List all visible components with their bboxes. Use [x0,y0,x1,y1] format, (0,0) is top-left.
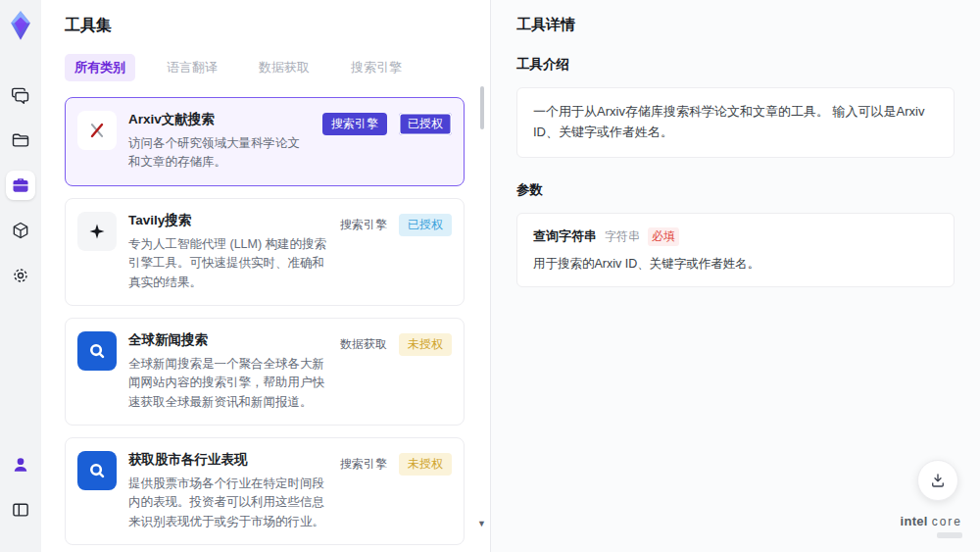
scrollbar-down-arrow-icon[interactable]: ▼ [477,519,486,528]
toolbox-icon [11,176,30,195]
cube-icon [11,221,30,240]
arxiv-logo-icon [77,111,117,150]
category-label: 搜索引擎 [340,217,387,233]
category-label: 数据获取 [340,336,387,353]
tool-card-stock-industry[interactable]: 获取股市各行业表现 提供股票市场各个行业在特定时间段内的表现。投资者可以利用这些… [65,437,465,545]
app-logo-icon [6,10,35,41]
list-scrollbar[interactable]: ▼ [478,86,486,546]
tool-name: Arxiv文献搜索 [128,111,311,128]
brand-text: intel core [901,514,963,528]
param-head: 查询字符串 字符串 必填 [533,227,938,246]
scrollbar-thumb[interactable] [480,86,484,129]
param-type: 字符串 [605,228,640,245]
tool-detail-panel: 工具详情 工具介绍 一个用于从Arxiv存储库搜索科学论文和文章的工具。 输入可… [490,0,980,552]
category-badge: 搜索引擎 [322,113,387,135]
tool-card-body: Tavily搜索 专为人工智能代理 (LLM) 构建的搜索引擎工具。可快速提供实… [128,212,328,292]
sidebar-item-models[interactable] [6,216,35,245]
tab-language-translation[interactable]: 语言翻译 [157,54,227,81]
sidebar-item-collapse[interactable] [6,495,35,525]
auth-status-badge: 已授权 [399,113,452,135]
tool-name: 获取股市各行业表现 [128,451,328,469]
sidebar-item-settings[interactable] [6,261,35,290]
folder-icon [11,130,30,150]
tool-tags: 搜索引擎 已授权 [340,212,452,236]
tab-all-categories[interactable]: 所有类别 [65,54,135,81]
sidebar-item-chat[interactable] [6,80,35,110]
auth-status-badge: 未授权 [399,333,452,356]
intel-core-logo: intel core [901,512,963,538]
param-name: 查询字符串 [533,227,597,245]
category-tabs: 所有类别 语言翻译 数据获取 搜索引擎 [65,54,482,81]
tool-card-global-news[interactable]: 全球新闻搜索 全球新闻搜索是一个聚合全球各大新闻网站内容的搜索引擎，帮助用户快速… [65,318,465,426]
tool-description: 专为人工智能代理 (LLM) 构建的搜索引擎工具。可快速提供实时、准确和真实的结… [128,235,328,292]
tool-tags: 数据获取 未授权 [340,331,452,356]
page-title: 工具集 [65,16,482,36]
chat-icon [11,85,30,105]
tool-tags: 搜索引擎 未授权 [340,451,452,476]
sidebar-item-user[interactable] [6,450,35,479]
download-button[interactable] [917,460,958,501]
detail-title: 工具详情 [516,16,955,34]
intro-heading: 工具介绍 [516,56,955,74]
left-sidebar [0,0,41,552]
intro-card: 一个用于从Arxiv存储库搜索科学论文和文章的工具。 输入可以是Arxiv ID… [516,87,955,158]
intro-text: 一个用于从Arxiv存储库搜索科学论文和文章的工具。 输入可以是Arxiv ID… [533,102,938,143]
brand-subtext-bar [937,532,962,538]
param-required-badge: 必填 [648,227,679,246]
tavily-star-icon [77,212,117,251]
category-label: 搜索引擎 [340,456,387,473]
tool-description: 全球新闻搜索是一个聚合全球各大新闻网站内容的搜索引擎，帮助用户快速获取全球最新资… [128,355,328,412]
gear-icon [11,266,30,285]
tool-list: Arxiv文献搜索 访问各个研究领域大量科学论文和文章的存储库。 搜索引擎 已授… [65,97,482,552]
params-heading: 参数 [516,181,955,199]
tool-card-arxiv[interactable]: Arxiv文献搜索 访问各个研究领域大量科学论文和文章的存储库。 搜索引擎 已授… [65,97,465,186]
param-description: 用于搜索的Arxiv ID、关键字或作者姓名。 [533,256,938,273]
tool-description: 访问各个研究领域大量科学论文和文章的存储库。 [128,134,311,173]
search-q-icon [77,451,117,490]
auth-status-badge: 未授权 [399,453,452,476]
tool-name: 全球新闻搜索 [128,331,328,349]
tool-description: 提供股票市场各个行业在特定时间段内的表现。投资者可以利用这些信息来识别表现优于或… [128,475,328,531]
tool-name: Tavily搜索 [128,212,328,229]
tool-list-panel: 工具集 所有类别 语言翻译 数据获取 搜索引擎 Arxiv文献搜索 访问各个研究… [41,0,490,552]
param-card: 查询字符串 字符串 必填 用于搜索的Arxiv ID、关键字或作者姓名。 [516,213,955,287]
panel-layout-icon [11,500,30,520]
search-q-icon [77,331,117,371]
sidebar-item-tools[interactable] [6,171,35,200]
tab-search-engine[interactable]: 搜索引擎 [341,54,412,81]
tool-card-tavily[interactable]: Tavily搜索 专为人工智能代理 (LLM) 构建的搜索引擎工具。可快速提供实… [65,198,465,306]
download-icon [929,472,947,489]
sidebar-item-files[interactable] [6,125,35,155]
user-icon [11,455,30,475]
tool-tags: 搜索引擎 已授权 [322,111,452,135]
tab-data-acquisition[interactable]: 数据获取 [249,54,319,81]
tool-card-body: 获取股市各行业表现 提供股票市场各个行业在特定时间段内的表现。投资者可以利用这些… [128,451,328,531]
tool-card-body: Arxiv文献搜索 访问各个研究领域大量科学论文和文章的存储库。 [128,111,311,173]
auth-status-badge: 已授权 [399,214,452,236]
tool-card-body: 全球新闻搜索 全球新闻搜索是一个聚合全球各大新闻网站内容的搜索引擎，帮助用户快速… [128,331,328,412]
